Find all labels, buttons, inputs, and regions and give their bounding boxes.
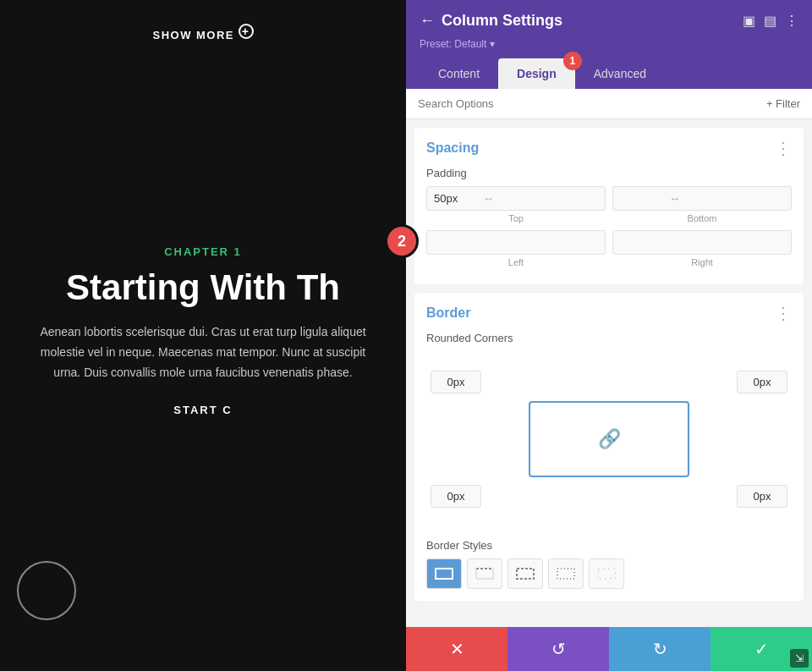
border-section-title: Border — [426, 305, 470, 321]
search-input[interactable] — [418, 97, 760, 110]
svg-rect-0 — [436, 569, 453, 579]
tab-advanced[interactable]: Advanced — [575, 58, 665, 89]
border-section-header: Border ⋮ — [426, 305, 792, 322]
spacing-section-title: Spacing — [426, 140, 479, 156]
padding-top-label: Top — [426, 213, 606, 223]
corner-top-left-input[interactable] — [431, 371, 481, 393]
search-bar: + Filter — [406, 89, 812, 119]
spacing-section-header: Spacing ⋮ — [426, 140, 792, 157]
padding-right-input[interactable] — [613, 231, 664, 254]
panel-content: + Filter Spacing ⋮ Padding ↔ Top — [406, 89, 812, 627]
border-more-button[interactable]: ⋮ — [775, 305, 792, 322]
link-icon-top[interactable]: ↔ — [478, 192, 499, 205]
border-style-solid[interactable] — [426, 558, 462, 589]
panel-title-text: Column Settings — [442, 12, 562, 30]
filter-button[interactable]: + Filter — [766, 97, 800, 110]
padding-bottom-wrapper: ↔ — [612, 186, 792, 211]
left-content-area: SHOW MORE CHAPTER 1 Starting With Th Aen… — [0, 0, 406, 671]
chapter-label: CHAPTER 1 — [164, 245, 242, 258]
redo-button[interactable]: ↻ — [609, 627, 710, 671]
solid-border-icon — [434, 567, 454, 580]
padding-bottom-input[interactable] — [613, 187, 664, 210]
rounded-corners-label: Rounded Corners — [426, 332, 792, 344]
padding-top-group: ↔ Top — [426, 186, 606, 223]
bottom-toolbar: ✕ ↺ ↻ ✓ — [406, 627, 812, 671]
panel-header: ← Column Settings ▣ ▤ ⋮ Preset: Default … — [406, 0, 812, 89]
panel-title-row: ← Column Settings ▣ ▤ ⋮ — [420, 12, 798, 30]
padding-right-group: Right — [612, 230, 792, 267]
dotted-icon — [556, 567, 576, 580]
start-cta: START C — [173, 404, 232, 416]
padding-label: Padding — [426, 167, 792, 179]
resize-handle[interactable]: ⇲ — [790, 649, 809, 668]
more-icon[interactable]: ⋮ — [785, 13, 798, 29]
padding-right-wrapper — [612, 230, 792, 255]
svg-rect-7 — [598, 569, 615, 579]
border-style-none[interactable] — [589, 558, 624, 589]
padding-inputs: ↔ Top ↔ Bottom Left — [426, 186, 792, 267]
cancel-button[interactable]: ✕ — [406, 627, 508, 671]
padding-left-input[interactable] — [427, 231, 478, 254]
circle-decoration — [17, 561, 76, 620]
spacing-section: Spacing ⋮ Padding ↔ Top ↔ — [414, 128, 804, 284]
tab-design[interactable]: Design 1 — [498, 58, 575, 89]
border-section: Border ⋮ Rounded Corners 🔗 Border Style — [414, 293, 804, 601]
padding-left-label: Left — [426, 257, 606, 267]
right-panel: ← Column Settings ▣ ▤ ⋮ Preset: Default … — [406, 0, 812, 671]
corner-bottom-left-input[interactable] — [431, 485, 481, 508]
chapter-title: Starting With Th — [49, 268, 357, 307]
tabs-row: Content Design 1 Advanced — [420, 58, 798, 89]
border-styles-label: Border Styles — [426, 539, 792, 552]
padding-bottom-label: Bottom — [612, 213, 792, 223]
border-style-dashed-top[interactable] — [467, 558, 502, 589]
border-styles-row — [426, 558, 792, 589]
panel-title-left: ← Column Settings — [420, 12, 562, 30]
columns-icon[interactable]: ▤ — [764, 13, 776, 29]
corner-bottom-right-input[interactable] — [737, 485, 787, 508]
padding-bottom-group: ↔ Bottom — [612, 186, 792, 223]
preset-row[interactable]: Preset: Default ▾ — [420, 38, 798, 50]
svg-rect-5 — [517, 569, 534, 579]
dashed-top-icon — [475, 567, 495, 580]
border-style-dashed-all[interactable] — [508, 558, 543, 589]
padding-right-label: Right — [612, 257, 792, 267]
svg-rect-6 — [557, 569, 574, 579]
undo-button[interactable]: ↺ — [508, 627, 609, 671]
back-icon[interactable]: ← — [420, 12, 435, 30]
no-border-icon — [596, 567, 617, 580]
padding-top-input[interactable] — [427, 187, 478, 210]
step-badge-2: 2 — [385, 224, 419, 258]
show-more-icon[interactable] — [239, 24, 254, 39]
spacing-more-button[interactable]: ⋮ — [775, 140, 792, 157]
corner-top-right-input[interactable] — [737, 371, 787, 393]
dashed-all-icon — [515, 567, 535, 580]
link-icon-bottom[interactable]: ↔ — [664, 192, 685, 205]
padding-left-group: Left — [426, 230, 606, 267]
chapter-body: Aenean lobortis scelerisque dui. Cras ut… — [0, 322, 406, 382]
border-style-dotted[interactable] — [548, 558, 584, 589]
corner-preview-box: 🔗 — [529, 401, 689, 477]
tab-content[interactable]: Content — [420, 58, 498, 89]
padding-left-wrapper — [426, 230, 606, 255]
expand-icon[interactable]: ▣ — [743, 13, 755, 29]
link-chain-icon[interactable]: 🔗 — [598, 428, 621, 450]
show-more-bar[interactable]: SHOW MORE — [0, 17, 406, 59]
panel-title-actions: ▣ ▤ ⋮ — [743, 13, 798, 29]
show-more-label: SHOW MORE — [152, 29, 234, 41]
padding-top-wrapper: ↔ — [426, 186, 606, 211]
rounded-corners-grid: 🔗 — [426, 351, 792, 527]
